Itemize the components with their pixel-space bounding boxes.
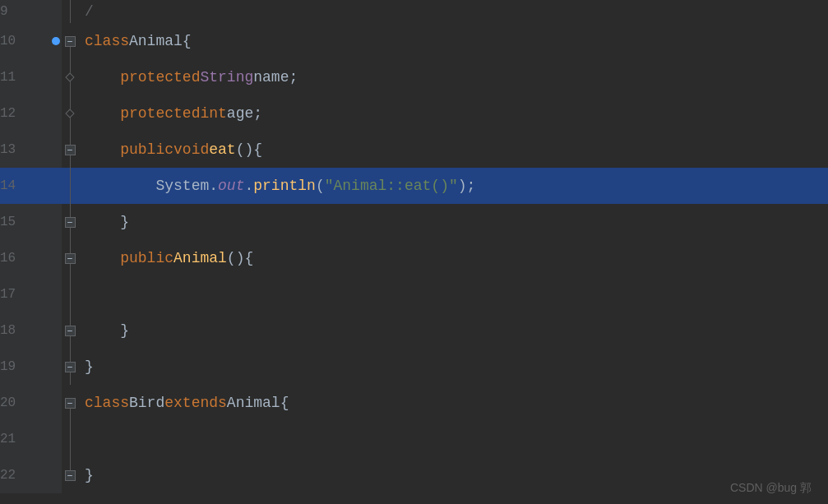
code-14-oparen: ( xyxy=(316,178,325,194)
fold-minus-15[interactable]: − xyxy=(65,217,76,228)
line-21-number: 21 xyxy=(0,421,62,457)
code-16-public: public xyxy=(120,250,173,266)
line-18-number: 18 xyxy=(0,312,62,349)
fold-diamond-12 xyxy=(65,109,74,118)
line-number-gutter: 9 10 11 12 13 14 15 16 17 18 19 20 21 22 xyxy=(0,0,62,504)
editor-container: 9 10 11 12 13 14 15 16 17 18 19 20 21 22… xyxy=(0,0,828,504)
code-11-semi: ; xyxy=(289,69,298,86)
code-16-animal: Animal xyxy=(173,250,227,266)
code-15-brace: } xyxy=(120,214,129,230)
code-12-semi: ; xyxy=(253,105,262,122)
line-14-number: 14 xyxy=(0,168,62,204)
code-14-string: "Animal::eat()" xyxy=(325,178,458,194)
code-15-indent xyxy=(85,214,120,230)
code-12-age: age xyxy=(227,105,253,122)
main-code-area: − − − xyxy=(62,0,828,504)
code-line-16: public Animal(){ xyxy=(85,240,828,276)
code-10-animal: Animal xyxy=(129,33,183,49)
watermark: CSDN @bug 郭 xyxy=(730,481,812,496)
code-14-dot1: . xyxy=(209,178,218,194)
code-14-out: out xyxy=(218,178,244,194)
code-line-12: protected int age; xyxy=(85,95,828,132)
line-15-number: 15 xyxy=(0,204,62,240)
line-17-number: 17 xyxy=(0,276,62,312)
code-13-paren: (){ xyxy=(236,141,262,158)
fold-15[interactable]: − xyxy=(62,204,78,240)
fold-minus-16[interactable]: − xyxy=(65,253,76,264)
code-20-extends: extends xyxy=(164,395,227,411)
fold-17 xyxy=(62,276,78,312)
fold-21 xyxy=(62,421,78,457)
code-14-indent xyxy=(85,178,155,194)
fold-18[interactable]: − xyxy=(62,312,78,349)
code-14-system: System xyxy=(155,178,209,194)
code-line-10: class Animal{ xyxy=(85,23,828,59)
code-19-brace: } xyxy=(85,358,94,375)
fold-9 xyxy=(62,0,78,23)
line-20-number: 20 xyxy=(0,385,62,421)
code-12-int: int xyxy=(200,105,226,122)
code-20-animal: Animal xyxy=(227,395,280,411)
line-11-number: 11 xyxy=(0,59,62,95)
fold-12 xyxy=(62,95,78,132)
fold-minus-10[interactable]: − xyxy=(65,36,76,47)
code-11-name: name xyxy=(253,69,289,86)
code-line-21 xyxy=(85,421,828,457)
code-20-brace: { xyxy=(280,395,289,411)
code-11-string: String xyxy=(200,69,253,86)
line-12-number: 12 xyxy=(0,95,62,132)
code-line-15: } xyxy=(85,204,828,240)
code-line-20: class Bird extends Animal { xyxy=(85,385,828,421)
code-14-dot2: . xyxy=(244,178,253,194)
fold-20[interactable]: − xyxy=(62,385,78,421)
fold-14 xyxy=(62,168,78,204)
code-11-protected: protected xyxy=(120,69,200,86)
line-9-number: 9 xyxy=(0,0,62,23)
fold-diamond-11 xyxy=(65,72,74,81)
code-18-brace: } xyxy=(120,322,129,339)
code-10-brace: { xyxy=(183,33,192,49)
line-16-number: 16 xyxy=(0,240,62,276)
code-13-public: public xyxy=(120,141,173,158)
line-19-number: 19 xyxy=(0,349,62,385)
line-22-number: 22 xyxy=(0,457,62,493)
code-12-protected: protected xyxy=(120,105,200,122)
code-16-paren: (){ xyxy=(227,250,253,266)
fold-minus-22[interactable]: − xyxy=(65,470,76,481)
fold-22[interactable]: − xyxy=(62,457,78,493)
line-13-number: 13 xyxy=(0,132,62,168)
code-12-indent xyxy=(85,105,120,122)
bookmark-dot xyxy=(52,37,60,45)
code-lines: / class Animal{ protected String name; p… xyxy=(78,0,828,504)
code-line-18: } xyxy=(85,312,828,349)
code-line-14: System.out.println("Animal::eat()"); xyxy=(78,168,828,204)
fold-13[interactable]: − xyxy=(62,132,78,168)
fold-16[interactable]: − xyxy=(62,240,78,276)
fold-19[interactable]: − xyxy=(62,349,78,385)
code-line-13: public void eat(){ xyxy=(85,132,828,168)
code-14-println: println xyxy=(253,178,316,194)
fold-minus-18[interactable]: − xyxy=(65,326,76,336)
code-13-eat: eat xyxy=(209,141,235,158)
code-20-class: class xyxy=(85,395,129,411)
fold-10[interactable]: − xyxy=(62,23,78,59)
fold-11 xyxy=(62,59,78,95)
code-line-17 xyxy=(85,276,828,312)
code-9-content: / xyxy=(85,3,94,20)
fold-minus-20[interactable]: − xyxy=(65,398,76,409)
code-11-indent xyxy=(85,69,120,86)
code-line-19: } xyxy=(85,349,828,385)
code-13-void: void xyxy=(173,141,209,158)
code-line-22: } xyxy=(85,457,828,493)
code-20-bird: Bird xyxy=(129,395,164,411)
fold-minus-19[interactable]: − xyxy=(65,362,76,372)
code-line-11: protected String name; xyxy=(85,59,828,95)
code-22-brace: } xyxy=(85,467,94,483)
fold-gutter: − − − xyxy=(62,0,78,504)
code-16-indent xyxy=(85,250,120,266)
fold-minus-13[interactable]: − xyxy=(65,145,76,155)
code-13-indent xyxy=(85,141,120,158)
code-18-indent xyxy=(85,322,120,339)
code-line-9: / xyxy=(85,0,828,23)
code-10-class: class xyxy=(85,33,129,49)
